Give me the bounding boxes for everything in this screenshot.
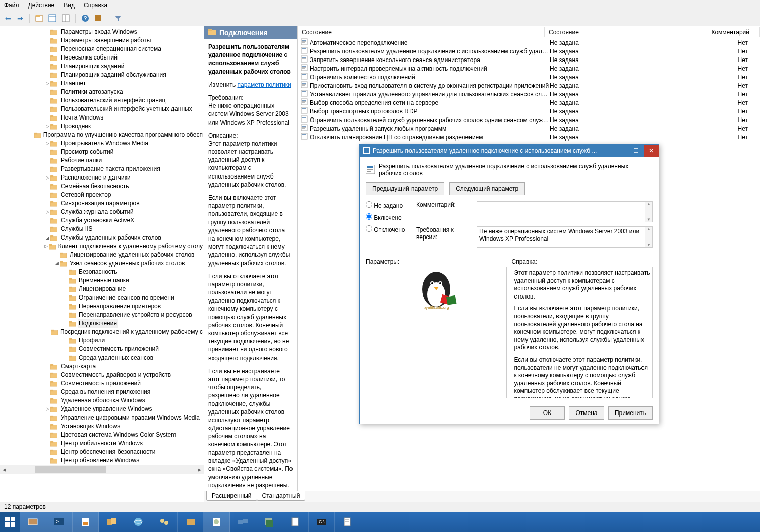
expand-icon[interactable]: ▷	[44, 139, 50, 148]
taskbar-item-7[interactable]	[178, 512, 204, 532]
list-row[interactable]: Настроить интервал проверяемых на активн…	[298, 64, 760, 73]
tree-item[interactable]: ◢Узел сеансов удаленных рабочих столов	[0, 259, 204, 268]
nav-fwd-icon[interactable]: ➡	[15, 14, 25, 22]
tree-item[interactable]: Пересылка событий	[0, 53, 204, 62]
tree-item[interactable]: Лицензирование	[0, 285, 204, 293]
list-row[interactable]: Выбор способа определения сети на сервер…	[298, 98, 760, 107]
taskbar-item-9[interactable]	[230, 512, 256, 532]
col-state[interactable]: Состояние	[298, 27, 545, 37]
menu-help[interactable]: Справка	[84, 2, 107, 9]
help-box[interactable]: Этот параметр политики позволяет настраи…	[512, 267, 653, 398]
tree-scrollbar-h[interactable]: ◀▶	[0, 465, 204, 474]
tree-item[interactable]: ▷Служба журнала событий	[0, 208, 204, 216]
tree-item[interactable]: Перенаправление устройств и ресурсов	[0, 311, 204, 319]
cancel-button[interactable]: Отмена	[569, 406, 604, 420]
tree-item[interactable]: Совместимость приложений	[0, 379, 204, 388]
list-row[interactable]: Выбор транспортных протоколов RDPНе зада…	[298, 107, 760, 115]
tree-item[interactable]: Параметры входа Windows	[0, 28, 204, 36]
list-row[interactable]: Разрешать удаленный запуск любых програм…	[298, 124, 760, 133]
tree-item[interactable]: Программа по улучшению качества программ…	[0, 131, 204, 139]
tree-item[interactable]: Развертывание пакета приложения	[0, 165, 204, 173]
tree-item[interactable]: Центр мобильности Windows	[0, 439, 204, 448]
ok-button[interactable]: ОК	[530, 406, 565, 420]
tree-item[interactable]: Переносная операционная система	[0, 45, 204, 53]
expand-icon[interactable]: ◢	[53, 259, 60, 268]
taskbar-item-2[interactable]: >_	[46, 512, 73, 532]
taskbar-item-11[interactable]	[282, 512, 309, 532]
maximize-button[interactable]: ☐	[628, 145, 644, 157]
taskbar-item-6[interactable]	[151, 512, 178, 532]
tree-item[interactable]: Синхронизация параметров	[0, 199, 204, 208]
expand-icon[interactable]: ▷	[44, 122, 50, 131]
tab-extended[interactable]: Расширенный	[206, 491, 257, 501]
tool-filter-icon[interactable]	[112, 13, 124, 24]
tree-item[interactable]: Служба установки ActiveX	[0, 216, 204, 225]
tree-pane[interactable]: Параметры входа WindowsПараметры заверше…	[0, 26, 204, 502]
tool-icon-3[interactable]	[60, 13, 71, 24]
expand-icon[interactable]: ▷	[44, 208, 50, 216]
radio-disabled[interactable]: Отключено	[366, 225, 416, 233]
tree-item[interactable]: Подключения	[0, 319, 204, 328]
tool-icon-1[interactable]	[34, 13, 45, 24]
tree-item[interactable]: ▷Удаленное управление Windows	[0, 405, 204, 413]
tree-item[interactable]: Рабочие папки	[0, 156, 204, 165]
tree-item[interactable]: Сетевой проектор	[0, 191, 204, 199]
tree-item[interactable]: Планировщик заданий обслуживания	[0, 71, 204, 79]
tree-item[interactable]: Параметры завершения работы	[0, 36, 204, 45]
expand-icon[interactable]: ▷	[44, 79, 50, 88]
tab-standard[interactable]: Стандартный	[257, 491, 306, 501]
tree-item[interactable]: ▷Планшет	[0, 79, 204, 88]
tree-item[interactable]: Лицензирование удаленных рабочих столов	[0, 251, 204, 259]
dialog-titlebar[interactable]: Разрешить пользователям удаленное подклю…	[360, 145, 659, 157]
tree-item[interactable]: Семейная безопасность	[0, 182, 204, 191]
tree-item[interactable]: Среда выполнения приложения	[0, 388, 204, 396]
close-button[interactable]: ✕	[644, 145, 659, 157]
tree-item[interactable]: ◢Службы удаленных рабочих столов	[0, 233, 204, 242]
tree-item[interactable]: ▷Расположение и датчики	[0, 173, 204, 182]
expand-icon[interactable]: ◢	[44, 233, 50, 242]
tree-item[interactable]: Посредник подключений к удаленному рабоч…	[0, 328, 204, 336]
menu-action[interactable]: Действие	[28, 2, 55, 9]
taskbar-item-12[interactable]: C:\	[309, 512, 335, 532]
tree-item[interactable]: Планировщик заданий	[0, 62, 204, 71]
tree-item[interactable]: Безопасность	[0, 268, 204, 276]
menu-view[interactable]: Вид	[64, 2, 75, 9]
expand-icon[interactable]: ▷	[44, 242, 49, 251]
tree-item[interactable]: Установщик Windows	[0, 422, 204, 431]
tree-item[interactable]: ▷Проводник	[0, 122, 204, 131]
tree-item[interactable]: Центр обновления Windows	[0, 456, 204, 465]
taskbar-item-1[interactable]	[20, 512, 46, 532]
radio-not-configured[interactable]: Не задано	[366, 201, 416, 209]
list-row[interactable]: Приостановить вход пользователя в систем…	[298, 81, 760, 90]
list-row[interactable]: Автоматическое переподключениеНе заданаН…	[298, 38, 760, 47]
menu-file[interactable]: Файл	[4, 2, 19, 9]
tree-item[interactable]: Пользовательский интерфейс учетных данны…	[0, 105, 204, 113]
minimize-button[interactable]: ─	[613, 145, 628, 157]
expand-icon[interactable]: ▷	[44, 173, 50, 182]
tool-icon-2[interactable]	[47, 13, 58, 24]
taskbar-item-8[interactable]	[204, 512, 230, 532]
tree-item[interactable]: Удаленная оболочка Windows	[0, 396, 204, 405]
tree-item[interactable]: Просмотр событий	[0, 148, 204, 156]
nav-back-icon[interactable]: ⬅	[3, 14, 13, 22]
tree-item[interactable]: Почта Windows	[0, 113, 204, 122]
comment-field[interactable]	[477, 201, 653, 222]
tree-item[interactable]: Временные папки	[0, 276, 204, 285]
list-row[interactable]: Устанавливает правила удаленного управле…	[298, 90, 760, 98]
next-setting-button[interactable]: Следующий параметр	[449, 182, 525, 195]
edit-policy-link[interactable]: параметр политики	[237, 81, 291, 88]
tree-item[interactable]: Совместимость драйверов и устройств	[0, 371, 204, 379]
list-row[interactable]: Запретить завершение консольного сеанса …	[298, 55, 760, 64]
col-comment[interactable]: Комментарий	[600, 27, 760, 37]
col-status[interactable]: Состояние	[545, 27, 600, 37]
taskbar-item-3[interactable]	[73, 512, 99, 532]
taskbar-item-13[interactable]	[335, 512, 361, 532]
tool-icon-4[interactable]	[93, 13, 104, 24]
list-row[interactable]: Разрешить пользователям удаленное подклю…	[298, 47, 760, 55]
tree-item[interactable]: Центр обеспечения безопасности	[0, 448, 204, 456]
tool-help-icon[interactable]: ?	[80, 13, 91, 24]
tree-item[interactable]: Цветовая система Windows Color System	[0, 431, 204, 439]
tree-item[interactable]: Службы IIS	[0, 225, 204, 233]
list-row[interactable]: Ограничить количество подключенийНе зада…	[298, 73, 760, 81]
radio-enabled[interactable]: Включено	[366, 213, 416, 221]
